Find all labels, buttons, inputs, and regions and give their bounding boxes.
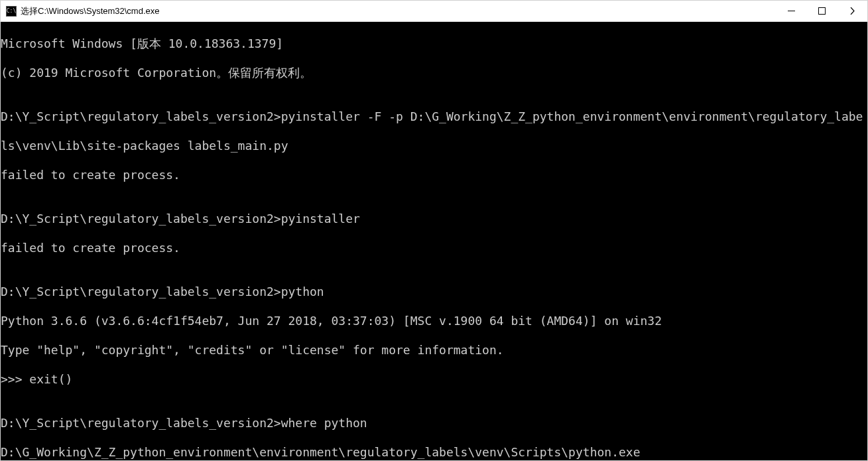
- terminal-output[interactable]: Microsoft Windows [版本 10.0.18363.1379] (…: [1, 22, 867, 460]
- terminal-line: D:\Y_Script\regulatory_labels_version2>w…: [1, 416, 867, 430]
- terminal-line: D:\Y_Script\regulatory_labels_version2>p…: [1, 285, 867, 299]
- terminal-line: Microsoft Windows [版本 10.0.18363.1379]: [1, 36, 867, 51]
- window-title: 选择C:\Windows\System32\cmd.exe: [21, 5, 776, 17]
- window-controls: [776, 1, 867, 21]
- cmd-window: C:\ 选择C:\Windows\System32\cmd.exe Micros…: [0, 0, 868, 461]
- terminal-line: D:\Y_Script\regulatory_labels_version2>p…: [1, 109, 867, 124]
- terminal-line: ls\venv\Lib\site-packages labels_main.py: [1, 139, 867, 153]
- terminal-line: failed to create process.: [1, 168, 867, 182]
- terminal-line: Python 3.6.6 (v3.6.6:4cf1f54eb7, Jun 27 …: [1, 314, 867, 328]
- next-button[interactable]: [837, 1, 867, 21]
- chevron-right-icon: [849, 7, 856, 15]
- terminal-line: Type "help", "copyright", "credits" or "…: [1, 343, 867, 358]
- terminal-line: D:\Y_Script\regulatory_labels_version2>p…: [1, 212, 867, 226]
- terminal-line: D:\G_Working\Z_Z_python_environment\envi…: [1, 445, 867, 460]
- terminal-line: failed to create process.: [1, 241, 867, 255]
- terminal-line: (c) 2019 Microsoft Corporation。保留所有权利。: [1, 66, 867, 80]
- titlebar[interactable]: C:\ 选择C:\Windows\System32\cmd.exe: [1, 1, 867, 22]
- maximize-button[interactable]: [806, 1, 837, 21]
- terminal-line: >>> exit(): [1, 372, 867, 387]
- cmd-icon: C:\: [6, 6, 17, 17]
- svg-rect-1: [818, 8, 825, 15]
- maximize-icon: [818, 7, 826, 15]
- minimize-icon: [788, 7, 795, 15]
- minimize-button[interactable]: [776, 1, 806, 21]
